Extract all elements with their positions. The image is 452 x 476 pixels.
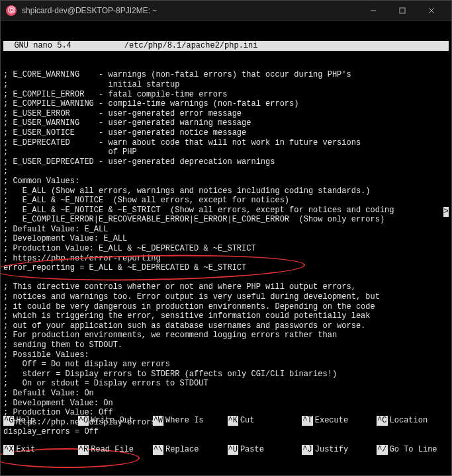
editor-line[interactable]: ; E_COMPILE_WARNING - compile-time warni… xyxy=(3,99,449,109)
editor-line[interactable]: ; which is triggering the error, sensiti… xyxy=(3,311,449,321)
line-overflow-indicator: > xyxy=(443,207,449,217)
shortcut-key: ^G xyxy=(3,416,14,426)
editor-line[interactable]: ; E_COMPILE_ERROR - fatal compile-time e… xyxy=(3,90,449,100)
shortcut-key: ^K xyxy=(228,416,238,426)
shortcut-label: Write Out xyxy=(91,416,134,426)
shortcut-label: Cut xyxy=(240,416,255,426)
nano-shortcut: ^KCut xyxy=(228,416,300,426)
shortcut-key: ^\ xyxy=(153,445,163,455)
window-title: shpicard-dev@DESKTOP-8PJI2ME: ~ xyxy=(22,6,359,15)
editor-line[interactable]: ; E_ALL (Show all errors, warnings and n… xyxy=(3,186,449,196)
close-button[interactable] xyxy=(417,1,446,20)
shortcut-key: ^O xyxy=(78,416,89,426)
nano-shortcut: ^GHelp xyxy=(3,416,75,426)
nano-shortcut: ^/Go To Line xyxy=(377,445,449,455)
shortcut-key: ^U xyxy=(228,445,238,455)
editor-line[interactable]: ; E_ALL & ~E_NOTICE & ~E_STRICT (Show al… xyxy=(3,206,449,216)
shortcut-label: Where Is xyxy=(165,416,204,426)
shortcut-label: Exit xyxy=(16,445,35,455)
shortcut-label: Go To Line xyxy=(390,445,437,455)
nano-status-bar xyxy=(3,387,449,397)
shortcut-key: ^T xyxy=(302,416,312,426)
editor-name: GNU nano 5.4 xyxy=(5,41,124,51)
shortcut-key: ^C xyxy=(377,416,387,426)
shortcut-label: Justify xyxy=(315,445,348,455)
nano-shortcuts-row-1: ^GHelp^OWrite Out^WWhere Is^KCut^TExecut… xyxy=(3,416,449,426)
minimize-button[interactable] xyxy=(359,1,388,20)
nano-shortcuts-row-2: ^XExit^RRead File^\Replace^UPaste^JJusti… xyxy=(3,445,449,455)
svg-rect-1 xyxy=(400,8,405,13)
shortcut-label: Execute xyxy=(315,416,348,426)
nano-shortcut: ^JJustify xyxy=(302,445,374,455)
shortcut-label: Paste xyxy=(240,445,264,455)
editor-line[interactable]: ; Default Value: E_ALL xyxy=(3,225,449,235)
editor-line[interactable]: ; Possible Values: xyxy=(3,350,449,360)
editor-line[interactable]: ; E_ALL & ~E_NOTICE (Show all errors, ex… xyxy=(3,196,449,206)
editor-line[interactable] xyxy=(3,273,449,283)
editor-line[interactable]: ; out of your application such as databa… xyxy=(3,321,449,331)
app-logo-icon: Ⓓ xyxy=(6,5,17,16)
editor-line[interactable]: ; E_USER_NOTICE - user-generated notice … xyxy=(3,128,449,138)
editor-line[interactable]: ; https://php.net/error-reporting xyxy=(3,254,449,264)
editor-line[interactable]: ; Production Value: E_ALL & ~E_DEPRECATE… xyxy=(3,244,449,254)
editor-line[interactable]: ; E_DEPRECATED - warn about code that wi… xyxy=(3,138,449,148)
editor-line[interactable]: ; This directive controls whether or not… xyxy=(3,282,449,292)
editor-line[interactable]: ; Development Value: E_ALL xyxy=(3,234,449,244)
shortcut-key: ^J xyxy=(302,445,312,455)
editor-line[interactable]: ; notices and warnings too. Error output… xyxy=(3,292,449,302)
nano-shortcut: ^WWhere Is xyxy=(153,416,225,426)
editor-line[interactable]: ; Common Values: xyxy=(3,177,449,186)
editor-line[interactable]: ; xyxy=(3,167,449,177)
shortcut-key: ^R xyxy=(78,445,89,455)
maximize-button[interactable] xyxy=(388,1,417,20)
shortcut-label: Replace xyxy=(165,445,199,455)
editor-line[interactable]: ; E_USER_WARNING - user-generated warnin… xyxy=(3,118,449,128)
editor-line[interactable]: ; of PHP xyxy=(3,147,449,157)
editor-line[interactable]: ; E_COMPILE_ERROR|E_RECOVERABLE_ERROR|E_… xyxy=(3,215,449,225)
file-path: /etc/php/8.1/apache2/php.ini xyxy=(124,41,447,51)
nano-shortcut: ^CLocation xyxy=(377,416,449,426)
editor-line[interactable]: ; it could be very dangerous in producti… xyxy=(3,302,449,312)
shortcut-label: Read File xyxy=(91,445,134,455)
window-controls xyxy=(359,1,446,20)
shortcut-key: ^W xyxy=(153,416,163,426)
editor-line[interactable]: ; initial startup xyxy=(3,80,449,90)
window-titlebar: Ⓓ shpicard-dev@DESKTOP-8PJI2ME: ~ xyxy=(0,0,452,20)
editor-line[interactable]: ; E_USER_ERROR - user-generated error me… xyxy=(3,109,449,119)
nano-shortcut: ^XExit xyxy=(3,445,75,455)
editor-line[interactable]: ; E_USER_DEPRECATED - user-generated dep… xyxy=(3,157,449,167)
nano-shortcut: ^UPaste xyxy=(228,445,300,455)
nano-header: GNU nano 5.4 /etc/php/8.1/apache2/php.in… xyxy=(3,41,449,51)
nano-shortcut: ^RRead File xyxy=(78,445,150,455)
shortcut-key: ^/ xyxy=(377,445,387,455)
nano-shortcut: ^\Replace xyxy=(153,445,225,455)
editor-line[interactable]: ; For production environments, we recomm… xyxy=(3,331,449,340)
shortcut-label: Help xyxy=(16,416,35,426)
shortcut-label: Location xyxy=(390,416,428,426)
editor-line[interactable]: error_reporting = E_ALL & ~E_DEPRECATED … xyxy=(3,263,449,273)
nano-shortcut: ^TExecute xyxy=(302,416,374,426)
shortcut-key: ^X xyxy=(3,445,14,455)
terminal-viewport[interactable]: GNU nano 5.4 /etc/php/8.1/apache2/php.in… xyxy=(0,20,452,476)
editor-line[interactable]: ; E_CORE_WARNING - warnings (non-fatal e… xyxy=(3,70,449,80)
editor-line[interactable]: ; sending them to STDOUT. xyxy=(3,340,449,350)
nano-shortcut: ^OWrite Out xyxy=(78,416,150,426)
